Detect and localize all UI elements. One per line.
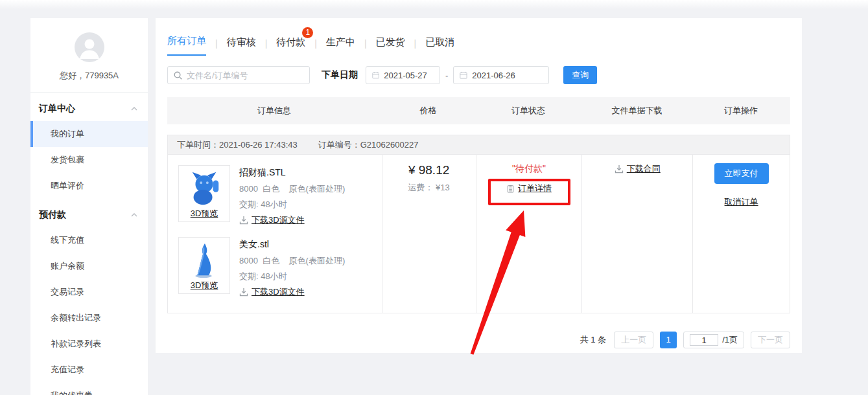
main-panel: 所有订单 | 待审核 | 待付款 1 | 生产中 | 已发货 | 已取消 (156, 18, 802, 353)
order-group: 下单时间： 2021-06-26 17:43:43 订单编号： G2106260… (167, 135, 790, 313)
sidebar: 您好，779935A 订单中心 我的订单 发货包裹 晒单评价 预付款 线下充值 … (30, 18, 148, 395)
date-end-input[interactable] (472, 71, 543, 80)
item-spec: 8000 白色 原色(表面处理) (239, 255, 345, 267)
tab-label: 待审核 (227, 36, 256, 47)
sidebar-item-my-coupons[interactable]: 我的优惠券 (30, 383, 148, 395)
sidebar-item-account-balance[interactable]: 账户余额 (30, 253, 148, 279)
user-avatar-icon (75, 32, 104, 62)
document-icon (506, 185, 515, 193)
sidebar-item-recharge-records[interactable]: 充值记录 (30, 357, 148, 383)
tab-label: 已取消 (425, 36, 454, 47)
order-number-value: G21062600227 (360, 140, 419, 150)
sidebar-item-my-orders[interactable]: 我的订单 (30, 121, 148, 147)
item-details: 美女.stl 8000 白色 原色(表面处理) 交期: 48小时 下载3D源文件 (239, 237, 345, 299)
sidebar-item-review[interactable]: 晒单评价 (30, 173, 148, 199)
sidebar-section-label: 预付款 (39, 209, 66, 221)
order-tabs: 所有订单 | 待审核 | 待付款 1 | 生产中 | 已发货 | 已取消 (156, 18, 802, 56)
3d-model-cat-image (185, 169, 223, 208)
date-start-box (366, 66, 440, 84)
item-thumbnail: 3D预览 (178, 165, 230, 222)
date-start-input[interactable] (384, 71, 434, 80)
3d-preview-link[interactable]: 3D预览 (191, 208, 218, 220)
column-header-order-info: 订单信息 (167, 105, 381, 117)
item-lead-time: 交期: 48小时 (239, 199, 345, 210)
tab-pending-payment[interactable]: 待付款 1 (276, 36, 305, 56)
date-range-label: 下单日期 (322, 69, 358, 81)
item-lead-time: 交期: 48小时 (239, 271, 345, 282)
next-page-button[interactable]: 下一页 (751, 332, 790, 348)
shipping-fee: 运费： ¥13 (382, 182, 476, 194)
profile-block: 您好，779935A (30, 18, 148, 82)
order-total-price: ¥ 98.12 (382, 163, 476, 177)
download-contract-link[interactable]: 下载合同 (615, 163, 661, 175)
order-item: 3D预览 招财猫.STL 8000 白色 原色(表面处理) 交期: 48小时 下… (168, 163, 382, 234)
download-source-label: 下载3D源文件 (252, 214, 305, 226)
cancel-order-link[interactable]: 取消订单 (725, 196, 758, 208)
page: { "sidebar": { "greeting": "您好，779935A",… (0, 0, 868, 395)
download-icon (239, 288, 248, 297)
order-items-cell: 3D预览 招财猫.STL 8000 白色 原色(表面处理) 交期: 48小时 下… (168, 155, 382, 313)
shipping-fee-value: ¥13 (436, 183, 450, 192)
download-source-link[interactable]: 下载3D源文件 (239, 286, 305, 298)
search-icon (173, 71, 183, 80)
page-top-fade (0, 0, 868, 9)
filter-bar: 下单日期 - 查询 (167, 66, 790, 84)
prev-page-button[interactable]: 上一页 (614, 332, 653, 348)
item-thumbnail: 3D预览 (178, 237, 230, 294)
column-header-actions: 订单操作 (692, 105, 790, 117)
sidebar-section-label: 订单中心 (39, 103, 75, 115)
tab-label: 生产中 (326, 36, 355, 47)
order-detail-link[interactable]: 订单详情 (506, 183, 552, 194)
date-separator: - (445, 71, 448, 80)
sidebar-item-supplement-records[interactable]: 补款记录列表 (30, 331, 148, 357)
tab-all-orders[interactable]: 所有订单 (167, 35, 206, 56)
3d-preview-link[interactable]: 3D预览 (191, 280, 218, 291)
page-jump-suffix: /1页 (722, 334, 738, 346)
order-status-cell: "待付款" 订单详情 (476, 155, 582, 313)
query-button[interactable]: 查询 (563, 66, 597, 84)
sidebar-item-balance-transfer[interactable]: 余额转出记录 (30, 305, 148, 331)
pagination: 共 1 条 上一页 1 /1页 下一页 (167, 332, 790, 348)
page-number-button[interactable]: 1 (660, 332, 677, 348)
search-input[interactable] (187, 71, 304, 80)
pay-now-button[interactable]: 立即支付 (714, 163, 769, 184)
page-jump-input[interactable] (690, 334, 718, 346)
sidebar-item-offline-recharge[interactable]: 线下充值 (30, 227, 148, 253)
order-files-cell: 下载合同 (581, 155, 692, 313)
table-header: 订单信息 价格 订单状态 文件单据下载 订单操作 (167, 97, 790, 124)
download-icon (239, 216, 248, 225)
item-file-name: 美女.stl (239, 239, 345, 251)
calendar-icon (460, 71, 467, 80)
tab-label: 所有订单 (167, 35, 206, 46)
download-source-link[interactable]: 下载3D源文件 (239, 214, 305, 226)
page-jump-box: /1页 (683, 332, 744, 348)
sidebar-item-transactions[interactable]: 交易记录 (30, 279, 148, 305)
search-box (167, 66, 310, 84)
order-row: 3D预览 招财猫.STL 8000 白色 原色(表面处理) 交期: 48小时 下… (168, 155, 790, 313)
order-number-label: 订单编号： (318, 139, 360, 151)
sidebar-section-order-center[interactable]: 订单中心 (30, 93, 148, 121)
tab-in-production[interactable]: 生产中 (326, 36, 355, 56)
tab-separator: | (405, 38, 426, 56)
column-header-price: 价格 (381, 105, 475, 117)
column-header-status: 订单状态 (475, 105, 581, 117)
order-actions-cell: 立即支付 取消订单 (692, 155, 790, 313)
tab-cancelled[interactable]: 已取消 (425, 36, 454, 56)
tab-shipped[interactable]: 已发货 (376, 36, 405, 56)
tab-separator: | (305, 38, 326, 56)
item-details: 招财猫.STL 8000 白色 原色(表面处理) 交期: 48小时 下载3D源文… (239, 165, 345, 227)
tab-separator: | (256, 38, 277, 56)
download-contract-label: 下载合同 (627, 163, 661, 175)
sidebar-item-shipping-packages[interactable]: 发货包裹 (30, 147, 148, 173)
sidebar-section-prepaid[interactable]: 预付款 (30, 199, 148, 227)
tab-label: 待付款 (276, 36, 305, 47)
order-item: 3D预览 美女.stl 8000 白色 原色(表面处理) 交期: 48小时 下载… (168, 234, 382, 306)
date-end-box (453, 66, 549, 84)
download-icon (615, 164, 624, 174)
tab-separator: | (355, 38, 376, 56)
order-price-cell: ¥ 98.12 运费： ¥13 (382, 155, 476, 313)
item-spec: 8000 白色 原色(表面处理) (239, 183, 345, 195)
order-meta-bar: 下单时间： 2021-06-26 17:43:43 订单编号： G2106260… (168, 135, 790, 155)
tab-pending-review[interactable]: 待审核 (227, 36, 256, 56)
chevron-up-icon (131, 107, 137, 111)
